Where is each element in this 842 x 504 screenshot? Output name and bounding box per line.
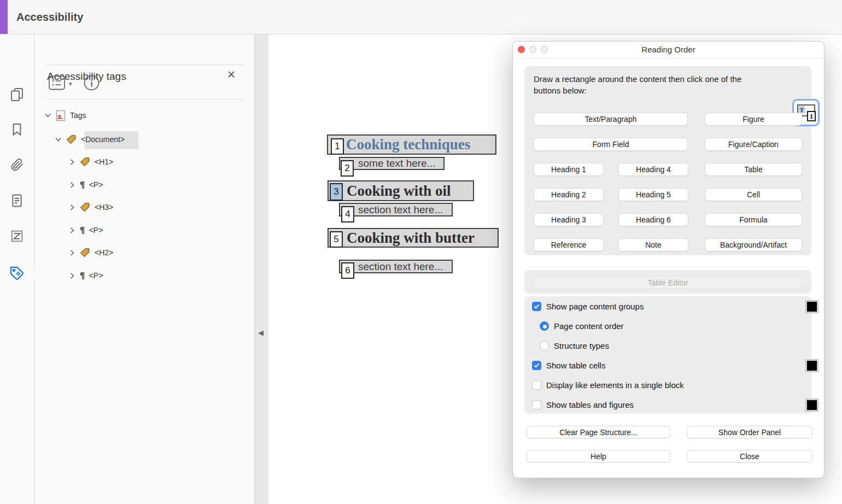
checkbox[interactable] [532,380,541,390]
chevron-right-icon[interactable] [69,204,75,211]
dialog-titlebar[interactable]: Reading Order [513,42,824,58]
heading-5-button[interactable]: Heading 5 [618,188,688,201]
radio-button[interactable] [540,321,549,331]
tree-label: <H1> [95,157,113,166]
content-group-p1[interactable]: some text here... [339,157,445,170]
chevron-right-icon[interactable] [69,249,75,256]
pilcrow-icon: ¶ [80,271,85,280]
purple-accent-bar [0,0,8,34]
chevron-right-icon[interactable] [69,227,75,234]
chevron-right-icon[interactable] [69,159,75,166]
formula-button[interactable]: Formula [705,213,802,226]
show-order-panel-button[interactable]: Show Order Panel [687,426,812,438]
option-label: Show table cells [546,361,605,370]
tree-row-p1[interactable]: ¶ <P> [69,178,103,192]
option-show-table-cells[interactable]: Show table cells [532,361,605,370]
figure-caption-button[interactable]: Figure/Caption [705,138,802,151]
panel-resize-strip[interactable]: ◀ [254,34,269,504]
close-icon[interactable]: ✕ [227,68,236,81]
clear-page-structure-button[interactable]: Clear Page Structure... [527,426,670,438]
heading-2-button[interactable]: Heading 2 [534,188,604,201]
chevron-right-icon[interactable] [69,272,75,279]
option-label: Display like elements in a single block [546,380,684,390]
tree-row-h3[interactable]: <H3> [69,200,113,214]
pages-icon[interactable] [9,87,25,102]
content-group-p2[interactable]: section text here... [339,203,453,216]
cell-button[interactable]: Cell [705,188,802,201]
form-field-button[interactable]: Form Field [534,138,688,151]
chevron-right-icon[interactable] [69,181,75,189]
option-label: Page content order [554,321,624,331]
document-icon[interactable] [9,193,25,208]
heading-1-button[interactable]: Heading 1 [534,163,604,176]
heading-6-button[interactable]: Heading 6 [618,213,688,226]
order-badge[interactable]: 2 [341,160,354,177]
list-menu-icon[interactable] [48,75,66,93]
structure-type-group: Draw a rectangle around the content then… [524,66,811,255]
pilcrow-icon: ¶ [80,225,85,235]
chevron-down-icon[interactable] [44,112,51,119]
chevron-down-icon[interactable]: ▾ [69,80,72,87]
table-cells-color-swatch[interactable] [806,360,818,372]
content-groups-color-swatch[interactable] [806,301,818,313]
display-options-group: Show page content groups Page content or… [524,296,811,414]
help-button[interactable]: Help [527,450,670,462]
close-button[interactable]: Close [687,450,812,462]
tag-icon [80,157,90,167]
collapse-panel-icon[interactable]: ◀ [258,329,264,337]
radio-button[interactable] [540,341,549,350]
order-badge[interactable]: 3 [330,183,343,201]
note-button[interactable]: Note [618,238,688,251]
table-button[interactable]: Table [705,163,802,176]
dialog-title: Reading Order [513,42,824,58]
tree-label: <H2> [95,248,113,257]
tree-row-tags[interactable]: Tags [44,108,86,122]
bookmarks-icon[interactable] [9,122,25,137]
acrobat-accessibility-window: Accessibility [0,0,842,504]
tree-label: <P> [89,180,103,189]
background-artifact-button[interactable]: Background/Artifact [705,238,802,251]
order-badge[interactable]: 6 [341,262,354,279]
tree-row-p2[interactable]: ¶ <P> [69,223,103,237]
tag-icon [80,202,90,212]
attachments-icon[interactable] [9,157,25,172]
top-bar: Accessibility [0,0,842,34]
table-editor-group: Table Editor [524,270,811,294]
option-page-content-order[interactable]: Page content order [540,321,624,331]
order-badge[interactable]: 5 [330,231,343,248]
figure-button[interactable]: Figure [705,113,802,126]
order-number: 4 [345,209,350,220]
reference-button[interactable]: Reference [534,238,604,251]
info-circle-icon[interactable]: i [83,74,100,93]
option-structure-types[interactable]: Structure types [540,341,609,350]
option-display-like-elements[interactable]: Display like elements in a single block [532,380,684,390]
content-group-h2[interactable]: Cooking with butter [328,228,499,248]
text-paragraph-button[interactable]: Text/Paragraph [534,113,688,126]
tree-row-h1[interactable]: <H1> [69,155,113,169]
tables-figures-color-swatch[interactable] [806,399,818,411]
checkbox[interactable] [532,361,541,370]
content-group-h1[interactable]: Cooking techniques [327,134,496,155]
content-order-icon[interactable] [9,228,25,244]
close-window-icon[interactable] [518,46,525,53]
tree-row-p3[interactable]: ¶ <P> [69,268,103,283]
minimize-window-icon [529,46,536,53]
content-group-h3[interactable]: Cooking with oil [328,180,474,201]
checkbox[interactable] [532,302,541,311]
tree-row-h2[interactable]: <H2> [69,245,113,260]
heading-3-button[interactable]: Heading 3 [534,213,604,226]
table-editor-button[interactable]: Table Editor [534,276,802,289]
tree-row-document[interactable]: <Document> [55,132,125,146]
instructions-text: Draw a rectangle around the content then… [534,73,765,96]
chevron-down-icon[interactable] [55,136,62,143]
heading-4-button[interactable]: Heading 4 [618,163,688,176]
accessibility-tags-panel: Accessibility tags ✕ ▾ i [34,34,254,504]
checkbox[interactable] [532,400,541,409]
order-badge[interactable]: 1 [331,138,344,155]
content-group-p3[interactable]: section text here... [339,260,453,273]
order-badge[interactable]: 4 [341,206,354,222]
pdf-file-icon [56,110,66,121]
option-show-tables-and-figures[interactable]: Show tables and figures [532,400,634,409]
option-show-page-content-groups[interactable]: Show page content groups [532,302,644,311]
accessibility-tag-icon[interactable] [9,266,25,281]
